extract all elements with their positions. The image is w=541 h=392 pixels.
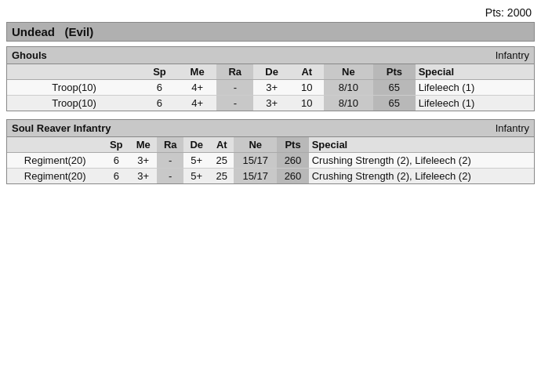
cell-sp: 6 bbox=[103, 153, 130, 169]
cell-ne: 8/10 bbox=[324, 96, 373, 111]
cell-at: 25 bbox=[210, 169, 234, 184]
cell-ne: 15/17 bbox=[234, 169, 277, 184]
cell-de: 5+ bbox=[183, 169, 210, 184]
col-header-sp: Sp bbox=[103, 137, 130, 153]
cell-sp: 6 bbox=[141, 80, 178, 96]
cell-me: 4+ bbox=[178, 80, 217, 96]
cell-pts: 65 bbox=[373, 96, 416, 111]
cell-label: Troop(10) bbox=[7, 96, 141, 111]
cell-at: 10 bbox=[290, 80, 324, 96]
cell-at: 25 bbox=[210, 153, 234, 169]
col-header-me: Me bbox=[129, 137, 157, 153]
col-header-pts: Pts bbox=[373, 64, 416, 80]
unit-name-1: Soul Reaver Infantry bbox=[12, 122, 111, 134]
cell-ra: - bbox=[216, 96, 253, 111]
cell-ra: - bbox=[157, 169, 183, 184]
col-header-ra: Ra bbox=[216, 64, 253, 80]
col-header-de: De bbox=[183, 137, 210, 153]
cell-pts: 260 bbox=[277, 169, 308, 184]
cell-label: Regiment(20) bbox=[7, 153, 103, 169]
cell-sp: 6 bbox=[103, 169, 130, 184]
cell-at: 10 bbox=[290, 96, 324, 111]
cell-label: Regiment(20) bbox=[7, 169, 103, 184]
pts-display: Pts: 2000 bbox=[6, 6, 535, 19]
col-header-ra: Ra bbox=[157, 137, 183, 153]
unit-block-1: Soul Reaver InfantryInfantrySpMeRaDeAtNe… bbox=[6, 119, 535, 184]
cell-sp: 6 bbox=[141, 96, 178, 111]
col-header-pts: Pts bbox=[277, 137, 308, 153]
army-section: Undead (Evil) bbox=[6, 22, 535, 42]
unit-stats-table-0: SpMeRaDeAtNePtsSpecialTroop(10)64+-3+108… bbox=[7, 64, 534, 111]
army-name: Undead bbox=[12, 25, 55, 38]
cell-de: 5+ bbox=[183, 153, 210, 169]
unit-type-0: Infantry bbox=[496, 49, 529, 61]
cell-ne: 8/10 bbox=[324, 80, 373, 96]
col-header-ne: Ne bbox=[234, 137, 277, 153]
cell-label: Troop(10) bbox=[7, 80, 141, 96]
table-row: Regiment(20)63+-5+2515/17260Crushing Str… bbox=[7, 169, 534, 184]
cell-de: 3+ bbox=[253, 80, 290, 96]
army-alignment: (Evil) bbox=[65, 25, 94, 38]
col-header-at: At bbox=[290, 64, 324, 80]
table-row: Regiment(20)63+-5+2515/17260Crushing Str… bbox=[7, 153, 534, 169]
cell-special: Lifeleech (1) bbox=[416, 96, 534, 111]
col-header-me: Me bbox=[178, 64, 217, 80]
table-row: Troop(10)64+-3+108/1065Lifeleech (1) bbox=[7, 80, 534, 96]
cell-special: Crushing Strength (2), Lifeleech (2) bbox=[309, 169, 534, 184]
cell-me: 4+ bbox=[178, 96, 217, 111]
unit-stats-table-1: SpMeRaDeAtNePtsSpecialRegiment(20)63+-5+… bbox=[7, 137, 534, 183]
cell-ne: 15/17 bbox=[234, 153, 277, 169]
unit-block-0: GhoulsInfantrySpMeRaDeAtNePtsSpecialTroo… bbox=[6, 46, 535, 111]
army-title: Undead (Evil) bbox=[6, 22, 535, 42]
cell-pts: 65 bbox=[373, 80, 416, 96]
table-row: Troop(10)64+-3+108/1065Lifeleech (1) bbox=[7, 96, 534, 111]
col-header-at: At bbox=[210, 137, 234, 153]
cell-special: Crushing Strength (2), Lifeleech (2) bbox=[309, 153, 534, 169]
cell-me: 3+ bbox=[129, 153, 157, 169]
unit-type-1: Infantry bbox=[496, 122, 529, 134]
col-header-label bbox=[7, 137, 103, 153]
col-header-label bbox=[7, 64, 141, 80]
col-header-special: Special bbox=[416, 64, 534, 80]
cell-special: Lifeleech (1) bbox=[416, 80, 534, 96]
cell-de: 3+ bbox=[253, 96, 290, 111]
col-header-sp: Sp bbox=[141, 64, 178, 80]
cell-me: 3+ bbox=[129, 169, 157, 184]
cell-ra: - bbox=[157, 153, 183, 169]
col-header-de: De bbox=[253, 64, 290, 80]
unit-name-0: Ghouls bbox=[12, 49, 47, 61]
col-header-special: Special bbox=[309, 137, 534, 153]
unit-header-1: Soul Reaver InfantryInfantry bbox=[7, 120, 534, 137]
cell-ra: - bbox=[216, 80, 253, 96]
col-header-ne: Ne bbox=[324, 64, 373, 80]
cell-pts: 260 bbox=[277, 153, 308, 169]
unit-header-0: GhoulsInfantry bbox=[7, 47, 534, 64]
